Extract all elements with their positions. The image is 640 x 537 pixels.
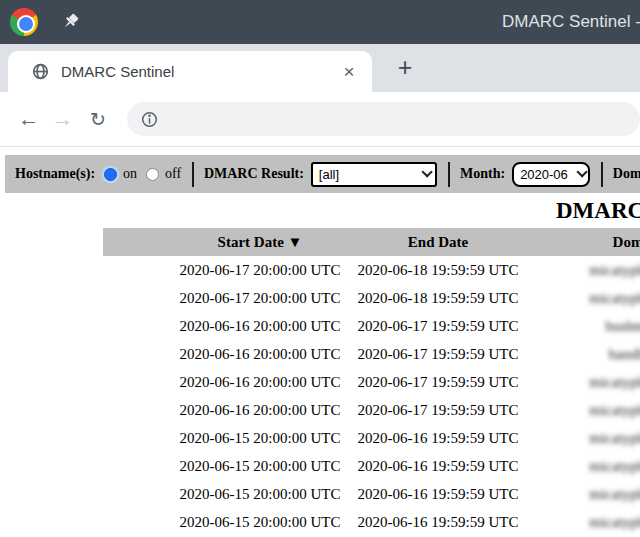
- table-body: 2020-06-17 20:00:00 UTC 2020-06-18 19:59…: [103, 256, 640, 536]
- browser-tab[interactable]: DMARC Sentinel ×: [8, 51, 372, 92]
- cell-end: 2020-06-18 19:59:59 UTC: [343, 290, 533, 307]
- hostnames-label: Hostname(s):: [15, 166, 95, 182]
- chevron-down-icon: [422, 166, 433, 177]
- cell-end: 2020-06-17 19:59:59 UTC: [343, 318, 533, 335]
- browser-window: DMARC Sentinel - DMARC Sentinel × + ← → …: [0, 0, 640, 537]
- reload-icon[interactable]: ↻: [83, 104, 113, 134]
- dmarc-result-select[interactable]: [all]: [311, 162, 437, 187]
- cell-end: 2020-06-16 19:59:59 UTC: [343, 458, 533, 475]
- tab-title: DMARC Sentinel: [61, 63, 338, 80]
- filter-bar: Hostname(s): on off DMARC Result: [all] …: [5, 155, 640, 193]
- dmarc-result-value: [all]: [319, 167, 413, 182]
- start-date-column-header[interactable]: Start Date ▼: [177, 234, 343, 251]
- tab-strip: DMARC Sentinel × +: [0, 44, 640, 92]
- domain-column-header[interactable]: Domain: [533, 234, 640, 251]
- window-title: DMARC Sentinel -: [502, 0, 640, 44]
- cell-end: 2020-06-17 19:59:59 UTC: [343, 402, 533, 419]
- cell-start: 2020-06-16 20:00:00 UTC: [177, 318, 343, 335]
- table-row[interactable]: 2020-06-16 20:00:00 UTC 2020-06-17 19:59…: [103, 340, 640, 368]
- table-header-row: Start Date ▼ End Date Domain: [103, 228, 640, 256]
- chevron-down-icon: [576, 166, 587, 177]
- cell-start: 2020-06-16 20:00:00 UTC: [177, 374, 343, 391]
- month-select[interactable]: 2020-06: [512, 162, 590, 187]
- cell-start: 2020-06-15 20:00:00 UTC: [177, 430, 343, 447]
- browser-toolbar: ← → ↻: [0, 92, 640, 147]
- forward-icon: →: [48, 104, 78, 134]
- table-row[interactable]: 2020-06-16 20:00:00 UTC 2020-06-17 19:59…: [103, 368, 640, 396]
- domain-filter-label: Domain:: [613, 166, 640, 182]
- cell-domain: micatyphlbredw: [533, 402, 640, 419]
- table-row[interactable]: 2020-06-16 20:00:00 UTC 2020-06-17 19:59…: [103, 396, 640, 424]
- info-icon[interactable]: [141, 111, 158, 128]
- cell-domain: micatyphlbredw: [533, 430, 640, 447]
- cell-start: 2020-06-15 20:00:00 UTC: [177, 514, 343, 531]
- cell-end: 2020-06-16 19:59:59 UTC: [343, 514, 533, 531]
- divider: [448, 162, 450, 187]
- end-date-column-header[interactable]: End Date: [343, 234, 533, 251]
- cell-end: 2020-06-17 19:59:59 UTC: [343, 346, 533, 363]
- cell-domain: micatyphlbredw: [533, 486, 640, 503]
- chrome-logo-icon: [10, 8, 38, 36]
- cell-end: 2020-06-17 19:59:59 UTC: [343, 374, 533, 391]
- globe-icon: [32, 63, 49, 80]
- cell-domain: micatyphlbredw: [533, 290, 640, 307]
- table-row[interactable]: 2020-06-17 20:00:00 UTC 2020-06-18 19:59…: [103, 256, 640, 284]
- cell-start: 2020-06-16 20:00:00 UTC: [177, 346, 343, 363]
- hostnames-off-radio[interactable]: [146, 168, 159, 181]
- cell-domain: micatyphlbredw: [533, 374, 640, 391]
- pin-icon: [60, 12, 80, 32]
- cell-domain: bandlidec: [533, 346, 640, 363]
- cell-start: 2020-06-16 20:00:00 UTC: [177, 402, 343, 419]
- address-bar[interactable]: [127, 102, 640, 136]
- cell-start: 2020-06-17 20:00:00 UTC: [177, 290, 343, 307]
- table-row[interactable]: 2020-06-17 20:00:00 UTC 2020-06-18 19:59…: [103, 284, 640, 312]
- month-label: Month:: [460, 166, 505, 182]
- cell-end: 2020-06-16 19:59:59 UTC: [343, 486, 533, 503]
- cell-domain: micatyphlbredw: [533, 514, 640, 531]
- report-table: Start Date ▼ End Date Domain 2020-06-17 …: [103, 228, 640, 536]
- hostnames-on-radio[interactable]: [104, 168, 117, 181]
- table-row[interactable]: 2020-06-15 20:00:00 UTC 2020-06-16 19:59…: [103, 452, 640, 480]
- titlebar: DMARC Sentinel -: [0, 0, 640, 44]
- cell-start: 2020-06-15 20:00:00 UTC: [177, 458, 343, 475]
- cell-end: 2020-06-16 19:59:59 UTC: [343, 430, 533, 447]
- table-row[interactable]: 2020-06-16 20:00:00 UTC 2020-06-17 19:59…: [103, 312, 640, 340]
- cell-domain: micatyphlbredw: [533, 458, 640, 475]
- cell-end: 2020-06-18 19:59:59 UTC: [343, 262, 533, 279]
- divider: [601, 162, 603, 187]
- divider: [192, 162, 194, 187]
- table-row[interactable]: 2020-06-15 20:00:00 UTC 2020-06-16 19:59…: [103, 480, 640, 508]
- new-tab-button[interactable]: +: [388, 50, 422, 84]
- month-value: 2020-06: [520, 167, 568, 182]
- cell-domain: bushmelde: [533, 318, 640, 335]
- cell-start: 2020-06-15 20:00:00 UTC: [177, 486, 343, 503]
- close-icon[interactable]: ×: [338, 61, 360, 83]
- page-title: DMARC: [556, 198, 640, 224]
- table-row[interactable]: 2020-06-15 20:00:00 UTC 2020-06-16 19:59…: [103, 424, 640, 452]
- back-icon[interactable]: ←: [14, 104, 44, 134]
- cell-domain: micatyphlbredw: [533, 262, 640, 279]
- dmarc-result-label: DMARC Result:: [204, 166, 304, 182]
- hostnames-on-label[interactable]: on: [123, 166, 137, 182]
- cell-start: 2020-06-17 20:00:00 UTC: [177, 262, 343, 279]
- table-row[interactable]: 2020-06-15 20:00:00 UTC 2020-06-16 19:59…: [103, 508, 640, 536]
- hostnames-off-label[interactable]: off: [165, 166, 181, 182]
